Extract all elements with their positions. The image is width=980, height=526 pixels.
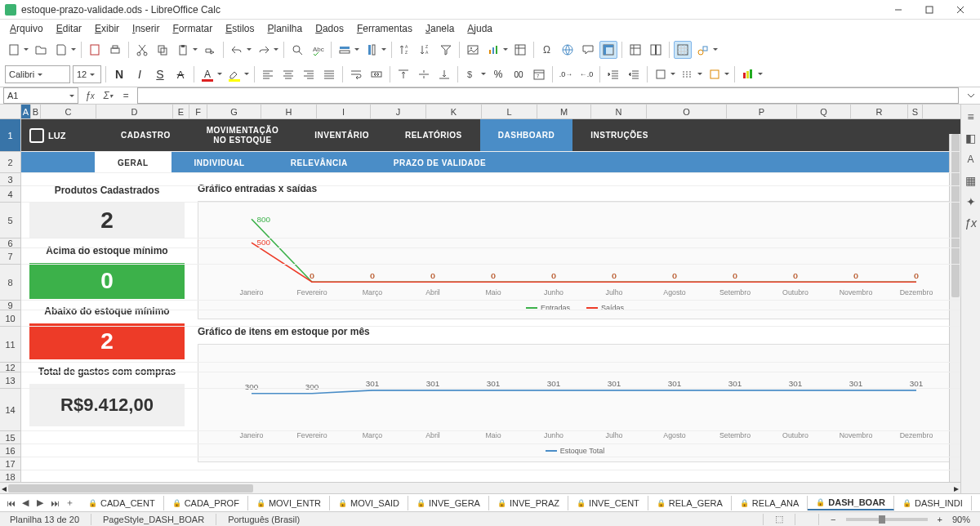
sheet-tab-DASH_INDI[interactable]: 🔒DASH_INDI [894, 496, 972, 510]
cut-button[interactable] [133, 41, 151, 59]
currency-button[interactable]: $ [462, 65, 480, 83]
cond-format-dropdown[interactable] [757, 65, 764, 83]
sheet-tab-CADA_PROF[interactable]: 🔒CADA_PROF [164, 496, 248, 510]
selection-mode[interactable]: ⬚ [770, 514, 788, 524]
sidebar-gallery-icon[interactable]: ▦ [964, 173, 978, 188]
row-button[interactable] [336, 41, 354, 59]
sheet-tab-MOVI_SAID[interactable]: 🔒MOVI_SAID [330, 496, 408, 510]
maximize-button[interactable] [915, 2, 944, 18]
font-size-combo[interactable]: 12 [73, 65, 101, 83]
special-char-button[interactable]: Ω [538, 41, 556, 59]
print-button[interactable] [106, 41, 124, 59]
clone-format-button[interactable] [201, 41, 219, 59]
decrease-indent-button[interactable] [604, 65, 622, 83]
menu-inserir[interactable]: Inserir [126, 21, 166, 36]
number-button[interactable]: 00 [510, 65, 528, 83]
col-header-N[interactable]: N [591, 105, 647, 118]
date-button[interactable]: 7 [530, 65, 548, 83]
hyperlink-button[interactable] [559, 41, 577, 59]
find-button[interactable] [288, 41, 306, 59]
draw-button[interactable] [694, 41, 712, 59]
tab-first-button[interactable]: ⏮ [3, 496, 18, 510]
merge-button[interactable] [368, 65, 385, 83]
cells-area[interactable]: LUZ CADASTROMOVIMENTAÇÃONO ESTOQUEINVENT… [21, 119, 960, 482]
subnav-individual[interactable]: INDIVIDUAL [172, 152, 268, 173]
zoom-in-button[interactable]: + [933, 515, 947, 524]
tab-prev-button[interactable]: ◀ [18, 496, 33, 510]
col-header-D[interactable]: D [96, 105, 173, 118]
menu-planilha[interactable]: Planilha [261, 21, 310, 36]
chart-button[interactable] [484, 41, 502, 59]
align-right-button[interactable] [300, 65, 318, 83]
draw-dropdown[interactable] [712, 41, 719, 59]
borders-dropdown[interactable] [670, 65, 676, 83]
save-dropdown[interactable] [70, 41, 77, 59]
nav-relat-rios[interactable]: RELATÓRIOS [387, 119, 480, 152]
freeze-button[interactable] [626, 41, 644, 59]
strike-button[interactable]: A [172, 65, 189, 83]
formula-expand-button[interactable] [962, 87, 980, 105]
italic-button[interactable]: I [131, 65, 149, 83]
row-header-9[interactable]: 9 [0, 301, 20, 310]
currency-dropdown[interactable] [480, 65, 487, 83]
col-header-F[interactable]: F [189, 105, 207, 118]
formula-input[interactable] [137, 87, 959, 104]
sidebar-styles-icon[interactable]: A [964, 152, 978, 167]
fx-wizard-button[interactable]: ƒx [82, 87, 98, 104]
language[interactable]: Português (Brasil) [223, 515, 305, 524]
sheet-tab-INVE_CENT[interactable]: 🔒INVE_CENT [568, 496, 648, 510]
row-header-18[interactable]: 18 [0, 470, 20, 482]
col-header-E[interactable]: E [173, 105, 189, 118]
row-header-2[interactable]: 2 [0, 152, 20, 173]
new-button[interactable] [5, 41, 23, 59]
sheet-tab-MOVI_ENTR[interactable]: 🔒MOVI_ENTR [248, 496, 330, 510]
redo-dropdown[interactable] [273, 41, 279, 59]
row-header-1[interactable]: 1 [0, 119, 20, 152]
sheet-tab-CADA_CENT[interactable]: 🔒CADA_CENT [80, 496, 164, 510]
align-justify-button[interactable] [320, 65, 338, 83]
copy-button[interactable] [154, 41, 172, 59]
menu-ferramentas[interactable]: Ferramentas [350, 21, 419, 36]
redo-button[interactable] [255, 41, 273, 59]
minimize-button[interactable] [884, 2, 913, 18]
col-header-Q[interactable]: Q [797, 105, 851, 118]
row-header-11[interactable]: 11 [0, 327, 20, 363]
row-header-3[interactable]: 3 [0, 173, 20, 186]
zoom-slider[interactable] [846, 518, 928, 521]
nav-instru-es[interactable]: INSTRUÇÕES [572, 119, 666, 152]
sidebar-functions-icon[interactable]: ƒx [964, 216, 978, 230]
menu-exibir[interactable]: Exibir [88, 21, 126, 36]
sheet-tab-INVE_GERA[interactable]: 🔒INVE_GERA [408, 496, 489, 510]
bold-button[interactable]: N [110, 65, 128, 83]
sheet-tab-RELA_ANA[interactable]: 🔒RELA_ANA [732, 496, 808, 510]
border-color-dropdown[interactable] [724, 65, 730, 83]
menu-estilos[interactable]: Estilos [219, 21, 261, 36]
cond-format-button[interactable] [739, 65, 757, 83]
sort-desc-button[interactable]: ZA [416, 41, 434, 59]
valign-middle-button[interactable] [415, 65, 433, 83]
borders-button[interactable] [652, 65, 670, 83]
sheet-tab-DASH_REPR[interactable]: 🔒DASH_REPR [972, 496, 980, 510]
pivot-button[interactable] [511, 41, 529, 59]
menu-dados[interactable]: Dados [309, 21, 350, 36]
paste-dropdown[interactable] [192, 41, 198, 59]
horizontal-scrollbar[interactable]: ◂ ▸ [0, 482, 960, 493]
sidebar-properties-icon[interactable]: ◧ [964, 131, 978, 145]
nav-cadastro[interactable]: CADASTRO [103, 119, 189, 152]
equals-button[interactable]: = [118, 87, 134, 104]
sheet-tab-INVE_PRAZ[interactable]: 🔒INVE_PRAZ [489, 496, 568, 510]
highlight-dropdown[interactable] [243, 65, 250, 83]
col-header-M[interactable]: M [537, 105, 591, 118]
autofilter-button[interactable] [437, 41, 455, 59]
menu-ajuda[interactable]: Ajuda [461, 21, 499, 36]
select-all-corner[interactable] [0, 105, 21, 118]
sum-button[interactable]: Σ▾ [100, 87, 116, 104]
add-decimal-button[interactable]: .0→ [557, 65, 575, 83]
valign-bottom-button[interactable] [435, 65, 453, 83]
row-dropdown[interactable] [354, 41, 360, 59]
border-style-dropdown[interactable] [697, 65, 703, 83]
border-style-button[interactable] [679, 65, 697, 83]
sort-asc-button[interactable]: AZ [396, 41, 414, 59]
row-header-10[interactable]: 10 [0, 310, 20, 327]
subnav-prazo-de-validade[interactable]: PRAZO DE VALIDADE [371, 152, 509, 173]
